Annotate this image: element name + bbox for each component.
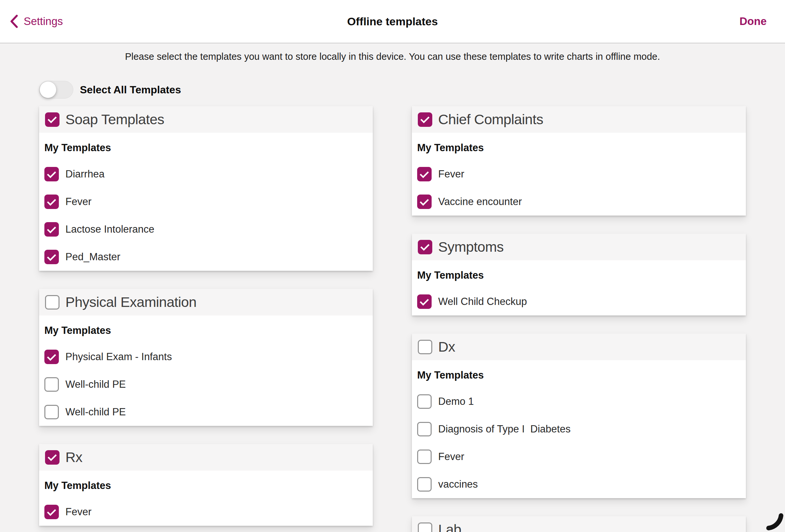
category-checkbox[interactable] <box>418 112 432 127</box>
template-checkbox[interactable] <box>417 194 432 209</box>
template-checkbox[interactable] <box>44 377 59 392</box>
category-title: Physical Examination <box>66 294 197 310</box>
template-label: Lactose Intolerance <box>66 223 154 235</box>
category-checkbox[interactable] <box>418 240 432 254</box>
template-label: Fever <box>66 506 92 518</box>
category-title: Rx <box>66 449 82 465</box>
my-templates-label: My Templates <box>417 142 738 154</box>
template-label: Diarrhea <box>66 168 104 180</box>
template-label: Physical Exam - Infants <box>66 351 172 363</box>
template-category-card: Soap Templates My Templates Diarrhea Fev… <box>39 106 373 271</box>
template-checkbox[interactable] <box>44 222 59 237</box>
template-checkbox[interactable] <box>44 194 59 209</box>
select-all-toggle[interactable] <box>39 81 73 99</box>
template-checkbox[interactable] <box>44 505 59 519</box>
category-checkbox[interactable] <box>45 295 59 310</box>
template-checkbox[interactable] <box>417 294 432 309</box>
template-row: vaccines <box>417 477 738 491</box>
template-row: Fever <box>417 450 738 464</box>
category-checkbox[interactable] <box>45 112 59 127</box>
my-templates-label: My Templates <box>44 325 365 337</box>
select-all-label: Select All Templates <box>80 84 181 96</box>
template-label: Demo 1 <box>438 396 474 407</box>
template-row: Diagnosis of Type I Diabetes <box>417 422 738 436</box>
template-row: Fever <box>44 194 365 209</box>
template-checkbox[interactable] <box>44 350 59 364</box>
category-header: Soap Templates <box>39 106 373 133</box>
category-header: Lab <box>412 516 746 532</box>
back-label: Settings <box>24 15 63 28</box>
template-row: Diarrhea <box>44 167 365 181</box>
template-label: Well-child PE <box>66 378 126 390</box>
template-row: Vaccine encounter <box>417 194 738 209</box>
category-title: Symptoms <box>438 239 504 255</box>
template-row: Fever <box>44 505 365 519</box>
my-templates-label: My Templates <box>44 142 365 154</box>
template-checkbox[interactable] <box>417 394 432 409</box>
nav-bar: Settings Offline templates Done <box>0 0 785 43</box>
category-body: My Templates Diarrhea Fever Lactose Into… <box>39 133 373 271</box>
template-label: Fever <box>66 196 92 208</box>
template-label: Diagnosis of Type I Diabetes <box>438 423 571 435</box>
template-category-card: Lab <box>412 516 746 532</box>
template-label: Fever <box>438 451 464 463</box>
category-body: My Templates Fever Vaccine encounter <box>412 133 746 216</box>
templates-right-column: Chief Complaints My Templates Fever Vacc… <box>412 106 746 532</box>
page-title: Offline templates <box>0 0 785 43</box>
category-header: Physical Examination <box>39 289 373 316</box>
category-header: Rx <box>39 444 373 471</box>
template-row: Demo 1 <box>417 394 738 409</box>
intro-text: Please select the templates you want to … <box>0 51 785 62</box>
template-row: Physical Exam - Infants <box>44 350 365 364</box>
category-title: Lab <box>438 522 461 532</box>
template-label: Fever <box>438 168 464 180</box>
template-label: Ped_Master <box>66 251 120 263</box>
my-templates-label: My Templates <box>417 369 738 381</box>
template-checkbox[interactable] <box>44 250 59 264</box>
category-header: Dx <box>412 334 746 360</box>
template-checkbox[interactable] <box>44 167 59 181</box>
template-checkbox[interactable] <box>417 422 432 436</box>
chevron-left-icon <box>10 14 18 29</box>
template-label: Well Child Checkup <box>438 296 527 308</box>
category-body: My Templates Well Child Checkup <box>412 260 746 316</box>
template-checkbox[interactable] <box>417 477 432 491</box>
template-row: Well Child Checkup <box>417 294 738 309</box>
template-row: Well-child PE <box>44 405 365 419</box>
category-body: My Templates Physical Exam - Infants Wel… <box>39 316 373 426</box>
template-category-card: Symptoms My Templates Well Child Checkup <box>412 234 746 316</box>
template-category-card: Dx My Templates Demo 1 Diagnosis of Type… <box>412 334 746 498</box>
template-category-card: Rx My Templates Fever <box>39 444 373 526</box>
category-checkbox[interactable] <box>45 450 59 464</box>
templates-left-column: Soap Templates My Templates Diarrhea Fev… <box>39 106 373 532</box>
template-checkbox[interactable] <box>44 405 59 419</box>
category-checkbox[interactable] <box>418 340 432 354</box>
my-templates-label: My Templates <box>417 269 738 281</box>
template-label: vaccines <box>438 478 478 490</box>
category-body: My Templates Fever <box>39 471 373 526</box>
template-checkbox[interactable] <box>417 167 432 181</box>
corner-arc-doodle <box>760 507 785 532</box>
template-row: Ped_Master <box>44 250 365 264</box>
category-checkbox[interactable] <box>418 523 432 532</box>
select-all-row: Select All Templates <box>39 81 181 99</box>
my-templates-label: My Templates <box>44 480 365 491</box>
back-button[interactable]: Settings <box>10 0 63 43</box>
template-category-card: Physical Examination My Templates Physic… <box>39 289 373 426</box>
category-title: Chief Complaints <box>438 111 543 128</box>
done-button[interactable]: Done <box>740 0 767 43</box>
category-body: My Templates Demo 1 Diagnosis of Type I … <box>412 360 746 498</box>
template-row: Fever <box>417 167 738 181</box>
category-title: Soap Templates <box>66 111 164 128</box>
category-header: Symptoms <box>412 234 746 260</box>
template-row: Well-child PE <box>44 377 365 392</box>
category-title: Dx <box>438 339 455 355</box>
template-row: Lactose Intolerance <box>44 222 365 237</box>
template-category-card: Chief Complaints My Templates Fever Vacc… <box>412 106 746 216</box>
template-checkbox[interactable] <box>417 450 432 464</box>
template-label: Well-child PE <box>66 406 126 418</box>
toggle-knob <box>40 81 56 98</box>
template-label: Vaccine encounter <box>438 196 522 208</box>
category-header: Chief Complaints <box>412 106 746 133</box>
